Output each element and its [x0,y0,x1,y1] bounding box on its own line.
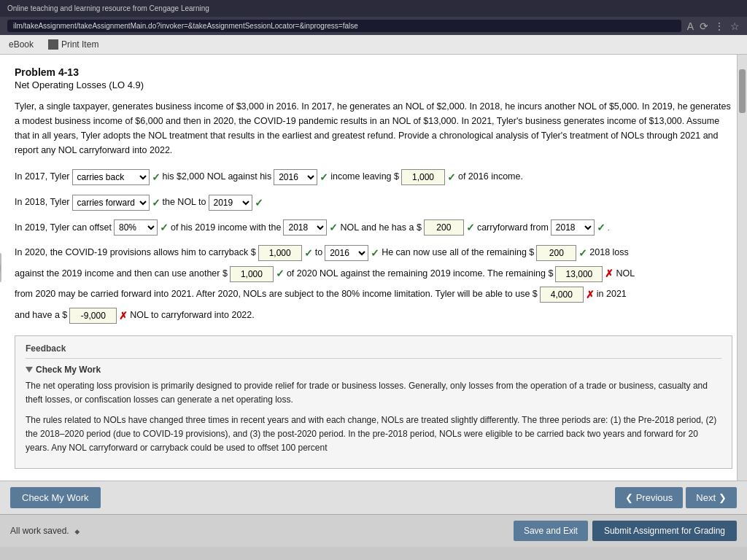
row1-check2: ✓ [320,168,328,187]
row4-input3[interactable] [230,266,274,282]
row4-suffix: NOL to carryforward into 2022. [130,307,254,324]
row4-text9: and have a $ [15,307,67,324]
row4-check1: ✓ [304,244,313,263]
row4-select1[interactable]: 201620172018 [325,245,368,261]
row2-prefix: In 2018, Tyler [15,194,70,211]
row4-input4[interactable] [555,266,603,282]
row4-input5[interactable] [540,287,584,303]
row3-check1: ✓ [160,218,169,238]
row2-check2: ✓ [255,193,263,213]
bottom-bar: Check My Work Previous Next [0,481,747,514]
row3-check2: ✓ [329,218,338,238]
row3-text1: of his 2019 income with the [171,219,281,237]
row4-check4: ✓ [276,264,285,284]
refresh-icon[interactable]: ⟳ [700,20,708,32]
row4-input6[interactable] [69,308,117,324]
row2-select1[interactable]: carries forward carries back [72,195,150,211]
answer-row-4: In 2020, the COVID-19 provisions allows … [15,244,732,325]
row4-text8: in 2021 [597,286,627,303]
row4-x1: ✗ [605,264,614,284]
row4-text2: He can now use all of the remaining $ [382,244,534,262]
all-work-saved-label: All work saved. [10,526,69,536]
check-my-work-header: Check My Work [26,365,721,375]
nav-buttons: Previous Next [615,487,737,508]
row4-check3: ✓ [578,244,587,263]
row1-text1: his $2,000 NOL against his [163,168,272,186]
browser-icons: A ⟳ ⋮ ☆ [687,20,740,32]
row4-text5: of 2020 NOL against the remaining 2019 i… [287,265,554,283]
row1-text2: income leaving $ [330,168,399,186]
row4-text1: to [315,244,322,262]
feedback-para1: The net operating loss provision is prim… [26,379,721,407]
row2-check1: ✓ [152,193,160,213]
row4-text3: 2018 loss [589,244,629,262]
row1-check1: ✓ [152,168,160,187]
previous-label: Previous [636,492,673,503]
row1-prefix: In 2017, Tyler [15,168,70,186]
answer-row-3: In 2019, Tyler can offset 80%100%60% ✓ o… [15,218,732,238]
row3-prefix: In 2019, Tyler can offset [15,219,112,237]
save-exit-button[interactable]: Save and Exit [514,521,588,541]
chevron-left-icon [625,492,633,503]
next-label: Next [696,492,716,503]
menu-icon[interactable]: ⋮ [714,20,724,32]
row1-check3: ✓ [447,168,456,187]
row4-check2: ✓ [371,244,379,263]
next-button[interactable]: Next [686,487,737,508]
row4-text4: against the 2019 income and then can use… [15,265,228,283]
row4-input2[interactable] [536,245,576,261]
row3-check3: ✓ [466,218,475,238]
save-indicator-dot: ⬥ [74,524,81,537]
previous-button[interactable]: Previous [615,487,684,508]
all-work-saved: All work saved. ⬥ [10,524,81,537]
row3-select2[interactable]: 201820172019 [283,219,327,236]
submit-assignment-button[interactable]: Submit Assignment for Grading [592,521,737,541]
browser-bar: Online teaching and learning resource fr… [0,0,747,17]
very-bottom-bar: All work saved. ⬥ Save and Exit Submit A… [0,514,747,547]
feedback-para2: The rules related to NOLs have changed t… [26,413,721,456]
row4-input1[interactable] [258,245,302,261]
row4-x3: ✗ [119,306,128,326]
feedback-box: Feedback Check My Work The net operating… [15,335,732,469]
row2-select2[interactable]: 2019201820202021 [209,195,252,211]
problem-title: Problem 4-13 [15,66,732,78]
answer-row-1: In 2017, Tyler carries back carries forw… [15,168,732,187]
row1-select1[interactable]: carries back carries forward [72,169,150,185]
browser-title: Online teaching and learning resource fr… [7,4,209,12]
row1-suffix: of 2016 income. [458,168,523,186]
check-my-work-feedback-label: Check My Work [36,365,101,375]
row3-text2: NOL and he has a $ [340,219,421,237]
row4-x2: ✗ [586,285,595,305]
row3-input1[interactable] [424,219,464,236]
chevron-right-icon [719,492,727,503]
row4-text7: from 2020 may be carried forward into 20… [15,286,538,303]
row3-check4: ✓ [597,218,605,238]
feedback-title: Feedback [26,343,721,354]
row3-text3: carryforward from [477,219,549,237]
left-arrow-button[interactable]: ◀ [0,253,1,282]
ebook-button[interactable]: eBook [9,39,34,50]
row1-input1[interactable] [401,169,445,185]
row4-prefix: In 2020, the COVID-19 provisions allows … [15,244,256,262]
toolbar: eBook Print Item [0,35,747,55]
row4-text6: NOL [616,265,635,283]
main-content: ◀ Problem 4-13 Net Operating Losses (LO … [0,55,747,481]
print-item-button[interactable]: Print Item [48,39,98,50]
triangle-icon [26,367,33,373]
row1-select2[interactable]: 2016201720182019 [274,169,317,185]
row3-select1[interactable]: 80%100%60% [114,219,158,236]
check-my-work-button[interactable]: Check My Work [10,487,101,508]
star-icon[interactable]: ☆ [730,20,740,32]
scrollbar-thumb[interactable] [739,69,746,113]
print-label: Print Item [61,39,98,50]
print-icon [48,39,58,50]
row3-select3[interactable]: 201820172019 [551,219,595,236]
scrollbar[interactable] [737,55,747,481]
url-bar[interactable]: ilm/takeAssignment/takeAssignmentMain.do… [7,20,681,32]
ebook-label: eBook [9,39,34,50]
problem-description: Tyler, a single taxpayer, generates busi… [15,99,732,158]
font-icon: A [687,20,694,32]
action-buttons: Save and Exit Submit Assignment for Grad… [514,521,737,541]
answer-row-2: In 2018, Tyler carries forward carries b… [15,193,732,213]
row2-text1: the NOL to [163,194,206,211]
